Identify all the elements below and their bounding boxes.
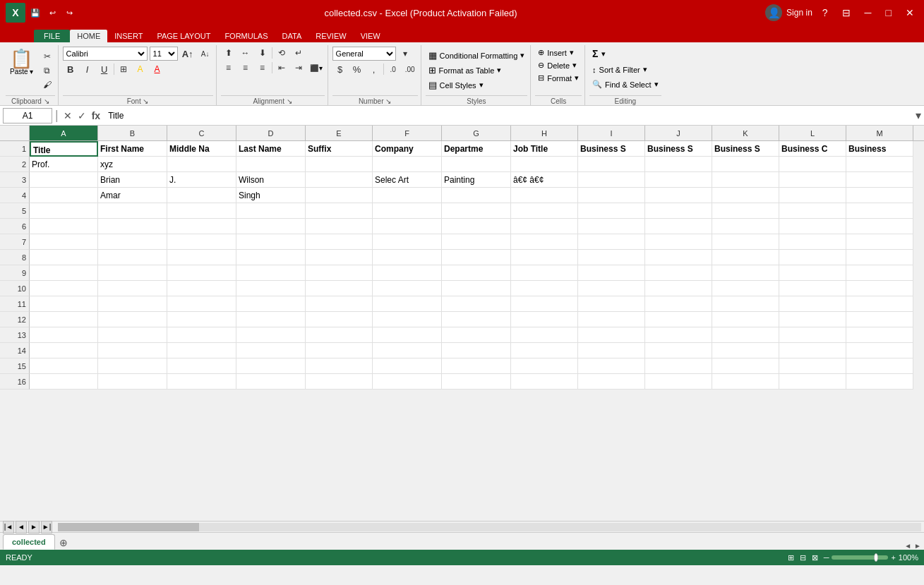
cell-A12[interactable] xyxy=(30,312,98,327)
scroll-left-start[interactable]: |◄ xyxy=(3,521,14,533)
cell-K1[interactable]: Business S xyxy=(712,141,779,157)
cell-I13[interactable] xyxy=(578,327,645,343)
cell-M12[interactable] xyxy=(846,312,913,327)
text-direction-button[interactable]: ⟲ xyxy=(274,47,289,59)
cell-I4[interactable] xyxy=(578,188,645,203)
align-top-button[interactable]: ⬆ xyxy=(221,47,236,59)
cell-G9[interactable] xyxy=(442,265,511,281)
align-middle-button[interactable]: ↔ xyxy=(238,47,253,59)
cell-F15[interactable] xyxy=(373,358,442,374)
cell-B10[interactable] xyxy=(98,281,167,296)
cell-I1[interactable]: Business S xyxy=(578,141,645,157)
cell-B11[interactable] xyxy=(98,296,167,312)
cell-H6[interactable] xyxy=(511,219,578,234)
cell-B16[interactable] xyxy=(98,374,167,390)
cell-A6[interactable] xyxy=(30,219,98,234)
cell-B14[interactable] xyxy=(98,343,167,358)
cell-H16[interactable] xyxy=(511,374,578,390)
cell-J7[interactable] xyxy=(645,234,712,250)
cell-J10[interactable] xyxy=(645,281,712,296)
cell-K5[interactable] xyxy=(712,203,779,219)
cell-D14[interactable] xyxy=(236,343,306,358)
cell-K12[interactable] xyxy=(712,312,779,327)
col-header-k[interactable]: K xyxy=(712,126,779,140)
cell-K7[interactable] xyxy=(712,234,779,250)
cell-G2[interactable] xyxy=(442,157,511,172)
formula-input[interactable] xyxy=(105,111,913,121)
cell-G10[interactable] xyxy=(442,281,511,296)
cell-M5[interactable] xyxy=(846,203,913,219)
sheet-tab-collected[interactable]: collected xyxy=(3,534,55,550)
cell-H1[interactable]: Job Title xyxy=(511,141,578,157)
paste-button[interactable]: 📋 Paste ▾ xyxy=(6,47,37,94)
cell-styles-button[interactable]: ▤ Cell Styles ▾ xyxy=(426,78,486,92)
cell-B7[interactable] xyxy=(98,234,167,250)
cell-I6[interactable] xyxy=(578,219,645,234)
cell-K15[interactable] xyxy=(712,358,779,374)
cell-L3[interactable] xyxy=(779,172,846,188)
increase-indent-button[interactable]: ⇥ xyxy=(291,61,306,74)
conditional-formatting-button[interactable]: ▦ Conditional Formatting ▾ xyxy=(426,49,528,62)
cell-F9[interactable] xyxy=(373,265,442,281)
cell-F3[interactable]: Selec Art xyxy=(373,172,442,188)
formula-expand-button[interactable]: ▾ xyxy=(916,109,921,122)
cell-J13[interactable] xyxy=(645,327,712,343)
cell-J5[interactable] xyxy=(645,203,712,219)
cell-H13[interactable] xyxy=(511,327,578,343)
cell-H5[interactable] xyxy=(511,203,578,219)
cell-J2[interactable] xyxy=(645,157,712,172)
tab-view[interactable]: VIEW xyxy=(354,30,388,42)
cell-E10[interactable] xyxy=(306,281,373,296)
decrease-font-size-button[interactable]: A↓ xyxy=(198,47,213,60)
redo-button[interactable]: ↪ xyxy=(62,6,76,20)
cell-J15[interactable] xyxy=(645,358,712,374)
col-header-e[interactable]: E xyxy=(306,126,373,140)
cell-L5[interactable] xyxy=(779,203,846,219)
cell-I3[interactable] xyxy=(578,172,645,188)
cell-A5[interactable] xyxy=(30,203,98,219)
cell-A11[interactable] xyxy=(30,296,98,312)
cell-F16[interactable] xyxy=(373,374,442,390)
cell-K10[interactable] xyxy=(712,281,779,296)
cell-F1[interactable]: Company xyxy=(373,141,442,157)
confirm-formula-button[interactable]: ✓ xyxy=(76,110,88,121)
col-header-h[interactable]: H xyxy=(511,126,578,140)
ribbon-toggle[interactable]: ⊟ xyxy=(838,6,855,20)
cell-H10[interactable] xyxy=(511,281,578,296)
cell-F6[interactable] xyxy=(373,219,442,234)
row-num-12[interactable]: 12 xyxy=(0,312,30,327)
cell-C6[interactable] xyxy=(167,219,236,234)
cell-D8[interactable] xyxy=(236,250,306,265)
cell-K14[interactable] xyxy=(712,343,779,358)
cell-A9[interactable] xyxy=(30,265,98,281)
increase-font-size-button[interactable]: A↑ xyxy=(180,47,196,60)
format-as-table-button[interactable]: ⊞ Format as Table ▾ xyxy=(426,64,505,77)
cell-I11[interactable] xyxy=(578,296,645,312)
cell-C3[interactable]: J. xyxy=(167,172,236,188)
cell-J11[interactable] xyxy=(645,296,712,312)
page-layout-view-icon[interactable]: ⊟ xyxy=(800,553,806,562)
cell-D5[interactable] xyxy=(236,203,306,219)
cell-B4[interactable]: Amar xyxy=(98,188,167,203)
cell-D12[interactable] xyxy=(236,312,306,327)
tab-insert[interactable]: INSERT xyxy=(107,30,150,42)
cell-C9[interactable] xyxy=(167,265,236,281)
col-header-j[interactable]: J xyxy=(645,126,712,140)
cell-H15[interactable] xyxy=(511,358,578,374)
cell-C10[interactable] xyxy=(167,281,236,296)
cell-G11[interactable] xyxy=(442,296,511,312)
cell-K11[interactable] xyxy=(712,296,779,312)
maximize-button[interactable]: □ xyxy=(882,6,896,20)
cell-M4[interactable] xyxy=(846,188,913,203)
cell-H2[interactable] xyxy=(511,157,578,172)
name-box[interactable] xyxy=(3,108,52,123)
number-format-selector[interactable]: General xyxy=(332,47,396,61)
cell-L13[interactable] xyxy=(779,327,846,343)
percent-button[interactable]: % xyxy=(349,63,365,76)
cell-D11[interactable] xyxy=(236,296,306,312)
find-select-button[interactable]: 🔍 Find & Select ▾ xyxy=(589,78,661,90)
col-header-c[interactable]: C xyxy=(167,126,236,140)
row-num-11[interactable]: 11 xyxy=(0,296,30,312)
copy-button[interactable]: ⧉ xyxy=(40,64,55,77)
insert-function-button[interactable]: fx xyxy=(90,110,102,121)
